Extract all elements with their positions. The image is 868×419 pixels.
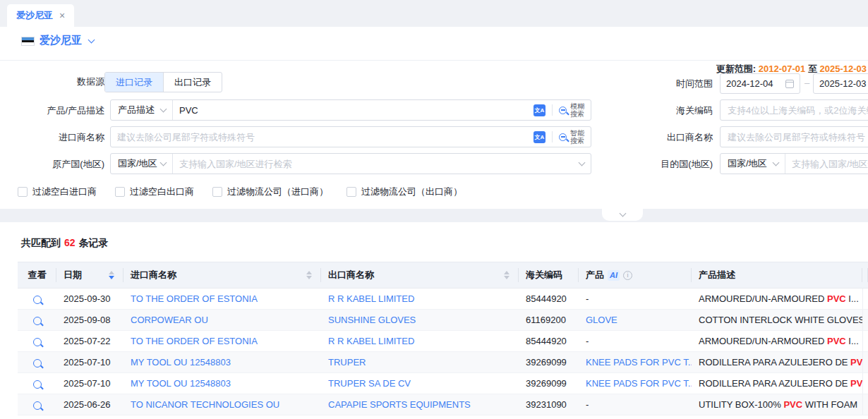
extra-cell [862, 289, 868, 310]
exporter-cell: TRUPER SA DE CV [321, 373, 519, 394]
date-cell: 2025-07-10 [56, 373, 123, 394]
extra-cell [862, 394, 868, 415]
description-highlight: PVC [827, 336, 846, 346]
export-records-tab[interactable]: 出口记录 [163, 73, 222, 92]
chevron-down-icon [619, 210, 626, 217]
product-search-group: 产品描述 文A 模糊 搜索 [110, 99, 591, 121]
checkbox-icon [18, 187, 28, 197]
date-to-input[interactable]: 2025-12-03 [813, 73, 868, 94]
collapse-panel-button[interactable] [602, 209, 643, 221]
importer-link[interactable]: MY TOOL OU 12548803 [131, 357, 231, 368]
column-header-importer[interactable]: 进口商名称 [123, 262, 321, 289]
view-cell [18, 310, 56, 331]
exporter-cell: SUNSHINE GLOVES [321, 310, 519, 331]
exporter-link[interactable]: TRUPER [328, 357, 366, 368]
table-row: 2025-07-22TO THE ORDER OF ESTONIAR R KAB… [18, 331, 868, 352]
translate-icon[interactable]: 文A [534, 131, 545, 143]
product-empty: - [586, 399, 589, 410]
importer-link[interactable]: CORPOWEAR OU [131, 315, 208, 325]
exporter-link[interactable]: SUNSHINE GLOVES [328, 315, 416, 325]
sort-icon [306, 271, 312, 279]
checkbox-filter-blank-exporter[interactable]: 过滤空白出口商 [115, 186, 194, 198]
importer-link[interactable]: MY TOOL OU 12548803 [131, 378, 231, 389]
description-cell: RODILLERA PARA AZULEJERO DE PVC [692, 373, 862, 394]
view-magnifier-icon[interactable] [33, 380, 42, 389]
exporter-link[interactable]: R R KABEL LIMITED [328, 293, 414, 304]
exporter-link[interactable]: TRUPER SA DE CV [328, 378, 411, 389]
trade-data-app: 爱沙尼亚 × 爱沙尼亚 数据源 进口记录 出口记录 更新范围: 2012-07-… [0, 0, 868, 419]
checkbox-icon [115, 187, 125, 197]
importer-cell: CORPOWEAR OU [123, 310, 321, 331]
description-text: I... [846, 293, 859, 304]
table-row: 2025-07-10MY TOOL OU 12548803TRUPER39269… [18, 352, 868, 373]
date-from-input[interactable]: 2024-12-04 [720, 73, 800, 94]
view-magnifier-icon[interactable] [33, 359, 42, 368]
importer-link[interactable]: TO NICANOR TECHNOLOGIES OU [131, 399, 279, 410]
results-summary: 共匹配到62条记录 [21, 237, 109, 250]
product-input[interactable] [173, 105, 531, 116]
divider [552, 131, 553, 142]
importer-input[interactable] [111, 132, 531, 142]
product-cell: KNEE PADS FOR PVC T... [579, 352, 692, 373]
exporter-cell: R R KABEL LIMITED [321, 331, 519, 352]
hs-code-input[interactable] [720, 99, 868, 121]
view-magnifier-icon[interactable] [33, 338, 42, 346]
checkbox-filter-blank-importer[interactable]: 过滤空白进口商 [18, 186, 97, 198]
info-icon[interactable]: i [623, 271, 632, 280]
table-row: 2025-07-10MY TOOL OU 12548803TRUPER SA D… [18, 373, 868, 394]
exporter-input[interactable] [720, 126, 868, 147]
table-row: 2025-06-26TO NICANOR TECHNOLOGIES OUCAPA… [18, 394, 868, 415]
table-row: 2025-09-08CORPOWEAR OUSUNSHINE GLOVES611… [18, 310, 868, 331]
description-text: UTILITY BOX-100% [699, 399, 783, 410]
destination-country-input[interactable] [785, 159, 868, 169]
view-magnifier-icon[interactable] [33, 401, 42, 410]
description-text: RODILLERA PARA AZULEJERO DE [699, 378, 850, 389]
hs-code-cell: 39269099 [519, 373, 579, 394]
product-cell: - [579, 394, 692, 415]
datasource-segmented-control: 进口记录 出口记录 [104, 72, 222, 92]
records-table: 查看 日期 进口商名称 [18, 262, 868, 415]
description-cell: COTTON INTERLOCK WHITE GLOVES... [692, 310, 862, 331]
country-selector[interactable]: 爱沙尼亚 [40, 34, 94, 47]
importer-link[interactable]: TO THE ORDER OF ESTONIA [131, 293, 258, 304]
view-cell [18, 373, 56, 394]
table-header-row: 查看 日期 进口商名称 [18, 262, 868, 289]
fuzzy-search-button[interactable]: 模糊 搜索 [559, 102, 584, 118]
sort-icon [504, 271, 510, 279]
smart-search-button[interactable]: 智能 搜索 [559, 129, 584, 145]
checkbox-filter-logistics-importer[interactable]: 过滤物流公司（进口商） [212, 186, 328, 198]
calendar-icon[interactable] [785, 80, 794, 88]
origin-country-label: 原产国(地区) [6, 158, 104, 171]
exporter-link[interactable]: R R KABEL LIMITED [328, 336, 414, 346]
hs-code-cell: 39269099 [519, 352, 579, 373]
header-divider [0, 60, 868, 61]
importer-cell: TO THE ORDER OF ESTONIA [123, 289, 321, 310]
tab-bar: 爱沙尼亚 × [0, 0, 868, 27]
view-magnifier-icon[interactable] [33, 296, 42, 304]
filter-checkbox-row: 过滤空白进口商 过滤空白出口商 过滤物流公司（进口商） 过滤物流公司（出口商） [18, 186, 462, 198]
close-icon[interactable]: × [59, 11, 65, 20]
product-link[interactable]: GLOVE [586, 315, 617, 325]
column-header-exporter[interactable]: 出口商名称 [321, 262, 519, 289]
divider [552, 104, 553, 116]
import-records-tab[interactable]: 进口记录 [105, 73, 163, 92]
exporter-label: 出口商名称 [621, 131, 713, 144]
tab-estonia[interactable]: 爱沙尼亚 × [7, 4, 74, 27]
exporter-link[interactable]: CAPAPIE SPORTS EQUIPMENTS [328, 399, 471, 410]
date-cell: 2025-09-08 [56, 310, 123, 331]
product-link[interactable]: KNEE PADS FOR PVC T... [586, 357, 692, 368]
translate-icon[interactable]: 文A [534, 104, 545, 116]
description-highlight: PVC [827, 293, 846, 304]
product-link[interactable]: KNEE PADS FOR PVC T... [586, 378, 692, 389]
destination-country-select[interactable]: 国家/地区 [721, 154, 785, 174]
origin-country-input[interactable] [173, 159, 577, 169]
column-header-date[interactable]: 日期 [56, 262, 123, 289]
view-cell [18, 394, 56, 415]
importer-label: 进口商名称 [6, 131, 104, 144]
checkbox-filter-logistics-exporter[interactable]: 过滤物流公司（出口商） [346, 186, 462, 198]
product-type-select[interactable]: 产品描述 [111, 100, 173, 120]
importer-link[interactable]: TO THE ORDER OF ESTONIA [131, 336, 258, 346]
view-magnifier-icon[interactable] [33, 317, 42, 325]
date-cell: 2025-06-26 [56, 394, 123, 415]
origin-country-select[interactable]: 国家/地区 [111, 154, 173, 174]
